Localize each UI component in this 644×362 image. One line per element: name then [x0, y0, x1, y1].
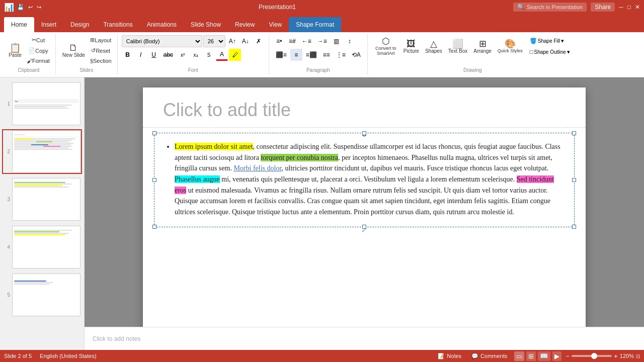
slide-thumb-3[interactable]: 3	[2, 177, 82, 222]
paste-button[interactable]: 📋 Paste	[6, 42, 24, 59]
maximize-icon[interactable]: □	[627, 4, 631, 11]
notes-area[interactable]: Click to add notes	[85, 327, 644, 350]
tab-shapeformat[interactable]: Shape Format	[289, 17, 341, 32]
textbox-button[interactable]: ⬜ Text Box	[446, 38, 470, 55]
layout-button[interactable]: ⊞ Layout	[89, 35, 113, 45]
section-button[interactable]: § Section	[89, 56, 113, 65]
tab-insert[interactable]: Insert	[34, 17, 63, 32]
normal-view-button[interactable]: ▭	[514, 351, 524, 361]
clear-format-button[interactable]: ✗	[253, 35, 265, 47]
handle-bl[interactable]	[152, 225, 156, 229]
zoom-in-button[interactable]: +	[614, 352, 618, 360]
shape-outline-button[interactable]: □ Shape Outline ▾	[526, 47, 574, 57]
zoom-level: 120%	[620, 353, 634, 359]
shadow-button[interactable]: S	[203, 49, 215, 61]
handle-tm[interactable]	[362, 131, 366, 135]
notes-tab[interactable]: 📝 Notes	[435, 352, 464, 360]
format-painter-button[interactable]: 🖌 Format	[25, 56, 51, 65]
redo-icon[interactable]: ↪	[37, 4, 41, 11]
decrease-font-button[interactable]: A↓	[239, 35, 252, 47]
align-justify-button[interactable]: ≡≡	[320, 49, 333, 61]
slide-thumb-1[interactable]: 1 Title	[2, 81, 82, 126]
align-right-button[interactable]: ≡⬛	[303, 49, 319, 61]
font-size-select[interactable]: 26	[203, 35, 225, 47]
comments-tab[interactable]: 💬 Comments	[468, 352, 510, 360]
slideshow-button[interactable]: ▶	[552, 351, 561, 361]
decrease-indent-button[interactable]: ←≡	[299, 35, 314, 47]
slide-content-container: ⊙ Lorem ipsum dolor sit amet	[148, 133, 581, 227]
tab-home[interactable]: Home	[4, 17, 34, 32]
slide-title-area[interactable]: Click to add title	[143, 87, 586, 128]
font-row-1: Calibri (Body) 26 A↑ A↓ ✗	[122, 35, 265, 47]
slide-thumb-4[interactable]: 4	[2, 225, 82, 269]
arrange-button[interactable]: ⊞ Arrange	[471, 38, 494, 55]
undo-icon[interactable]: ↩	[28, 4, 33, 11]
copy-button[interactable]: 📄 Copy	[25, 46, 51, 55]
italic-button[interactable]: I	[135, 49, 147, 61]
tab-view[interactable]: View	[262, 17, 289, 32]
handle-tl[interactable]	[152, 131, 156, 135]
fit-slide-button[interactable]: ⊡	[636, 353, 640, 359]
slide-canvas[interactable]: Click to add title ⊙	[143, 87, 586, 327]
arrange-icon: ⊞	[479, 39, 487, 48]
highlight-button[interactable]: 🖊	[229, 49, 241, 61]
shape-outline-arrow[interactable]: ▾	[567, 49, 570, 55]
bullets-button[interactable]: ≡•	[273, 35, 285, 47]
picture-button[interactable]: 🖼 Picture	[401, 38, 422, 55]
handle-tr[interactable]	[572, 131, 576, 135]
tab-design[interactable]: Design	[63, 17, 96, 32]
slide-sorter-button[interactable]: ⊞	[526, 351, 536, 361]
shape-fill-button[interactable]: 🪣 Shape Fill ▾	[526, 36, 574, 46]
subscript-button[interactable]: x₂	[190, 49, 202, 61]
align-left-button[interactable]: ⬛≡	[273, 49, 289, 61]
font-color-button[interactable]: A	[216, 49, 228, 61]
vertical-align-button[interactable]: ⋮≡	[334, 49, 348, 61]
slide-content-text[interactable]: Lorem ipsum dolor sit amet, consectetur …	[165, 141, 564, 218]
increase-font-button[interactable]: A↑	[226, 35, 238, 47]
save-icon[interactable]: 💾	[17, 4, 24, 11]
reset-button[interactable]: ↺ Reset	[89, 46, 113, 55]
zoom-slider[interactable]	[572, 355, 612, 357]
share-button[interactable]: Share	[591, 3, 615, 12]
font-family-select[interactable]: Calibri (Body)	[122, 35, 202, 47]
underline-button[interactable]: U	[148, 49, 160, 61]
new-slide-button[interactable]: 🗋 New Slide	[60, 42, 88, 59]
bold-button[interactable]: B	[122, 49, 134, 61]
resize-icon[interactable]: ⤢	[361, 226, 367, 234]
comments-icon: 💬	[471, 353, 478, 359]
highlight-cyan-1: Phasellus augue	[175, 175, 220, 183]
quick-styles-button[interactable]: 🎨 Quick Styles	[495, 38, 525, 55]
tab-transitions[interactable]: Transitions	[96, 17, 139, 32]
columns-button[interactable]: ▥	[331, 35, 343, 47]
convert-smartart-button[interactable]: ⬡ Convert to SmartArt	[372, 35, 400, 57]
shapes-button[interactable]: △ Shapes	[423, 38, 445, 55]
line-spacing-button[interactable]: ↕	[344, 35, 356, 47]
shape-fill-outline: 🪣 Shape Fill ▾ □ Shape Outline ▾	[526, 36, 574, 57]
handle-mr[interactable]	[572, 178, 576, 182]
numbering-button[interactable]: ≡#	[286, 35, 298, 47]
slide-number-1: 1	[3, 101, 10, 107]
increase-indent-button[interactable]: →≡	[315, 35, 330, 47]
slide-thumb-5[interactable]: 5	[2, 273, 82, 317]
search-box[interactable]: 🔍 Search in Presentation	[513, 3, 587, 12]
superscript-button[interactable]: x²	[177, 49, 189, 61]
tab-animations[interactable]: Animations	[140, 17, 184, 32]
tab-slideshow[interactable]: Slide Show	[184, 17, 228, 32]
zoom-out-button[interactable]: −	[566, 352, 570, 360]
paste-label: Paste	[9, 52, 22, 58]
tab-review[interactable]: Review	[228, 17, 262, 32]
clipboard-sub: ✂ Cut 📄 Copy 🖌 Format	[25, 35, 51, 65]
slide-content-area[interactable]: Lorem ipsum dolor sit amet, consectetur …	[154, 133, 575, 227]
shape-fill-arrow[interactable]: ▾	[561, 38, 564, 44]
minimize-icon[interactable]: ─	[619, 4, 623, 11]
align-center-button[interactable]: ≡	[290, 49, 302, 61]
strikethrough-button[interactable]: abc	[161, 49, 176, 61]
text-direction-button[interactable]: ⟲A	[349, 49, 363, 61]
close-icon[interactable]: ✕	[635, 4, 640, 11]
highlight-pink-1: Sed tincidunt eros	[175, 175, 554, 194]
cut-button[interactable]: ✂ Cut	[25, 35, 51, 45]
slide-thumb-2[interactable]: 2 Click to add title	[2, 129, 82, 174]
handle-br[interactable]	[572, 225, 576, 229]
reading-view-button[interactable]: 📖	[538, 351, 550, 361]
handle-ml[interactable]	[152, 178, 156, 182]
